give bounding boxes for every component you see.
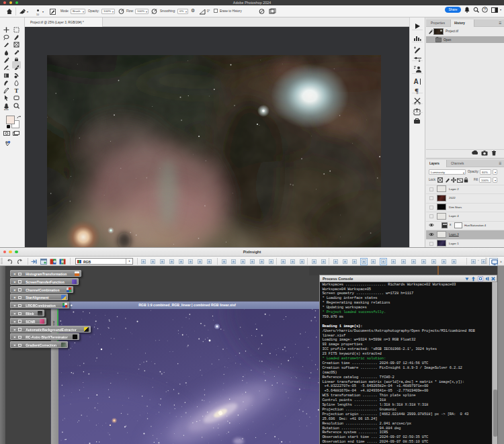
svg-text:?: ? <box>484 7 486 11</box>
